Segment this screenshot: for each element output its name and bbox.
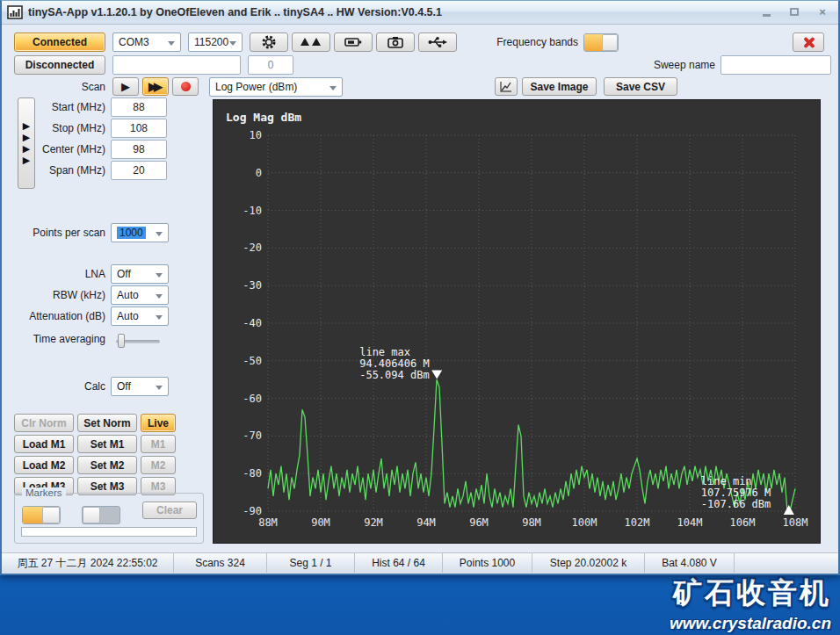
scan-label: Scan [54,81,105,93]
attenuation-select[interactable]: Auto [111,307,169,326]
play-icon: ▶ [121,80,130,93]
svg-text:94M: 94M [416,516,436,529]
rbw-label: RBW (kHz) [2,289,105,301]
spectrum-chart-panel[interactable]: 100-10-20-30-40-50-60-70-80-9088M90M92M9… [213,99,821,544]
pending-count-field[interactable] [248,55,293,75]
record-button[interactable] [172,77,199,96]
maximize-button[interactable] [786,4,803,19]
double-up-triangle-icon [300,37,322,47]
markers-toggle-2[interactable] [82,506,120,524]
status-bar: 周五 27 十二月 2024 22:55:02 Scans 324 Seg 1 … [2,552,838,573]
attenuation-label: Attenuation (dB) [2,310,105,322]
status-step: Step 20.02002 k [532,553,645,573]
gear-icon [261,34,277,50]
window-title: tinySA-App v1.1.20.1 by OneOfEleven and … [28,6,442,18]
start-mhz-field[interactable] [111,97,167,117]
frequency-bands-toggle[interactable] [583,33,619,52]
set-norm-button[interactable]: Set Norm [77,414,137,432]
markers-clear-button[interactable]: Clear [142,502,197,519]
disconnected-button[interactable]: Disconnected [14,55,105,75]
minimize-button[interactable] [757,4,775,19]
baud-rate-value: 115200 [194,36,228,48]
set-m1-button[interactable]: Set M1 [77,435,137,453]
command-input[interactable] [112,55,241,75]
m1-button[interactable]: M1 [141,435,176,453]
span-mhz-label: Span (MHz) [2,164,105,177]
svg-text:-107.66 dBm: -107.66 dBm [701,498,771,510]
svg-text:-30: -30 [243,279,262,292]
time-averaging-label: Time averaging [2,333,105,345]
m2-button[interactable]: M2 [141,456,176,474]
svg-text:-70: -70 [243,429,262,442]
upload-firmware-button[interactable] [292,32,330,52]
chart-window-button[interactable] [495,77,518,96]
svg-text:106M: 106M [730,516,756,529]
title-bar[interactable]: tinySA-App v1.1.20.1 by OneOfEleven and … [2,1,838,25]
svg-text:100M: 100M [572,516,597,529]
markers-toggle-1[interactable] [22,506,61,524]
center-mhz-field[interactable] [111,140,167,159]
screenshot-button[interactable] [376,32,415,52]
load-m1-button[interactable]: Load M1 [14,435,74,453]
slider-handle[interactable] [118,334,125,348]
set-m2-button[interactable]: Set M2 [77,456,137,474]
svg-text:108M: 108M [783,516,808,529]
lna-value: Off [117,268,131,280]
calc-value: Off [117,380,131,393]
save-image-button[interactable]: Save Image [522,77,597,96]
lna-select[interactable]: Off [111,264,169,284]
baud-rate-select[interactable]: 115200 [188,32,243,52]
line-chart-icon [499,81,513,93]
status-history: Hist 64 / 64 [355,553,443,573]
svg-text:92M: 92M [364,516,383,529]
maximize-icon [790,8,799,16]
tinysa-app-window: tinySA-App v1.1.20.1 by OneOfEleven and … [0,0,840,575]
svg-text:88M: 88M [258,516,278,529]
usb-button[interactable] [418,32,457,52]
chevron-down-icon [156,386,163,390]
settings-button[interactable] [250,32,288,52]
trace-mode-select[interactable]: Log Power (dBm) [209,77,343,97]
status-points: Points 1000 [443,553,532,573]
chevron-down-icon [156,315,163,320]
record-icon [181,82,191,91]
calc-select[interactable]: Off [111,377,169,396]
com-port-select[interactable]: COM3 [112,32,181,52]
svg-text:-50: -50 [243,355,262,367]
save-csv-button[interactable]: Save CSV [604,77,677,96]
svg-text:90M: 90M [311,516,330,529]
svg-text:-40: -40 [243,317,262,329]
points-per-scan-select[interactable]: 1000 [111,223,169,242]
status-empty [735,553,838,573]
connected-button[interactable]: Connected [14,32,105,52]
time-averaging-slider[interactable] [116,334,160,348]
close-button[interactable]: × [814,4,831,19]
points-per-scan-label: Points per scan [2,227,105,239]
battery-button[interactable] [334,32,373,52]
marker-list-strip [21,527,197,537]
frequency-bands-label: Frequency bands [459,36,578,48]
sweep-name-label: Sweep name [617,59,715,71]
toggle-knob [42,507,60,523]
live-button[interactable]: Live [141,414,176,432]
clr-norm-button[interactable]: Clr Norm [14,414,74,432]
svg-text:-20: -20 [243,242,262,254]
rbw-select[interactable]: Auto [111,285,169,305]
svg-text:Log Mag dBm: Log Mag dBm [226,111,301,124]
svg-text:-90: -90 [243,505,262,517]
status-scans: Scans 324 [174,553,267,573]
exit-button[interactable] [793,32,824,52]
watermark-title: 矿石收音机 [670,574,831,613]
span-mhz-field[interactable] [111,161,167,180]
svg-text:94.406406 M: 94.406406 M [359,357,429,370]
load-m2-button[interactable]: Load M2 [14,456,74,474]
single-scan-button[interactable]: ▶ [112,77,139,96]
continuous-scan-button[interactable]: ▶▶ [142,77,169,96]
sweep-name-input[interactable] [721,55,831,75]
status-segment: Seg 1 / 1 [267,553,355,573]
desktop-watermark: 矿石收音机 www.crystalradio.cn [670,574,831,633]
svg-text:102M: 102M [625,516,650,529]
toggle-track [23,507,43,523]
stop-mhz-field[interactable] [111,119,167,138]
attenuation-value: Auto [117,310,139,322]
